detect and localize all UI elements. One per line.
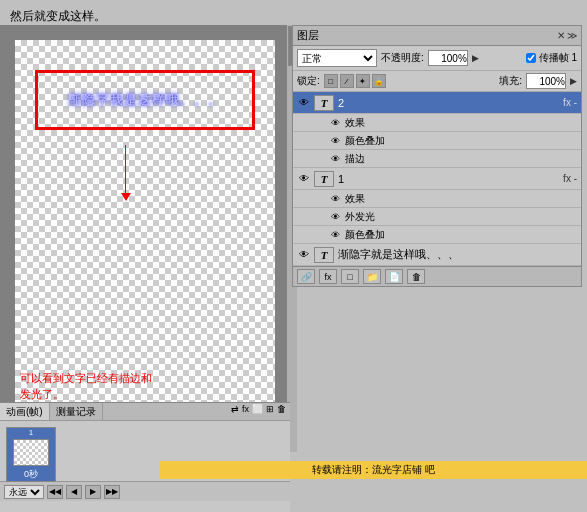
text-display-box: 渐隐字我是这样哦。。。 [35,70,255,130]
layer-2-stroke-label: 描边 [345,152,365,166]
canvas-text: 渐隐字我是这样哦。。。 [68,91,222,109]
blend-opacity-row: 正常 不透明度: ▶ 传播帧 1 [293,46,581,71]
anim-action-icon[interactable]: ⬜ [252,404,263,419]
layer-1-outer-glow-label: 外发光 [345,210,375,224]
layer-2-effects-label: 效果 [345,116,365,130]
lock-label: 锁定: [297,74,320,88]
propagate-label: 传播帧 1 [539,51,577,65]
anim-delete-icon[interactable]: 🗑 [277,404,286,419]
annotation-arrow-head [121,193,131,201]
layer-1-color-overlay: 👁 颜色叠加 [293,226,581,244]
link-layers-button[interactable]: 🔗 [297,269,315,284]
new-group-button[interactable]: 📁 [363,269,381,284]
layer-2-color-overlay: 👁 颜色叠加 [293,132,581,150]
layer-item-2[interactable]: 👁 T 2 fx - [293,92,581,114]
layer-2-fx-label: fx - [563,97,577,108]
layer-text-name: 渐隐字就是这样哦、、、 [338,247,577,262]
layer-1-outer-glow: 👁 外发光 [293,208,581,226]
panel-close-icon[interactable]: ✕ [557,30,565,41]
layer-1-effects-group: 👁 效果 [293,190,581,208]
propagate-checkbox[interactable] [526,53,536,63]
anim-frame-1-thumb [13,439,49,466]
layer-2-color-overlay-label: 颜色叠加 [345,134,385,148]
anim-fx-icon[interactable]: fx [242,404,249,419]
fill-label: 填充: [499,74,522,88]
canvas-inner: 渐隐字我是这样哦。。。 [15,40,275,422]
layer-1-effects-label: 效果 [345,192,365,206]
layer-2-name: 2 [338,97,563,109]
delete-layer-button[interactable]: 🗑 [407,269,425,284]
lock-fill-row: 锁定: □ ∕ ✦ 🔒 填充: ▶ [293,71,581,92]
anim-menu-icon[interactable]: ⊞ [266,404,274,419]
animation-panel: 动画(帧) 测量记录 ⇄ fx ⬜ ⊞ 🗑 1 0秒 永远 ◀◀ ◀ ▶ ▶▶ [0,402,290,512]
lock-move-icon[interactable]: ✦ [356,74,370,88]
layer-item-text[interactable]: 👁 T 渐隐字就是这样哦、、、 [293,244,581,266]
new-layer-button[interactable]: 📄 [385,269,403,284]
watermark-bar: 转载请注明：流光字店铺 吧 [160,461,587,479]
anim-link-icon[interactable]: ⇄ [231,404,239,419]
add-mask-button[interactable]: □ [341,269,359,284]
anim-tabs-row: 动画(帧) 测量记录 ⇄ fx ⬜ ⊞ 🗑 [0,403,290,421]
canvas-area: 渐隐字我是这样哦。。。 可以看到文字已经有描边和 发光了。 [0,25,290,452]
layers-list: 👁 T 2 fx - 👁 效果 👁 颜色叠加 👁 描边 👁 T 1 fx - 👁 [293,92,581,266]
layer-1-glow-eye[interactable]: 👁 [328,210,342,224]
layer-text-thumbnail: T [314,247,334,263]
layer-1-name: 1 [338,173,563,185]
annotation-arrow-line [125,145,126,195]
anim-tab-measure[interactable]: 测量记录 [50,403,103,420]
layer-2-effect-eye[interactable]: 👁 [328,116,342,130]
canvas-checker: 渐隐字我是这样哦。。。 [15,40,275,422]
fill-arrow-icon[interactable]: ▶ [570,76,577,86]
watermark-text: 转载请注明：流光字店铺 吧 [312,463,435,477]
lock-all-icon[interactable]: 🔒 [372,74,386,88]
layer-1-thumbnail: T [314,171,334,187]
layer-2-thumbnail: T [314,95,334,111]
lock-icons-group: □ ∕ ✦ 🔒 [324,74,386,88]
anim-panel-actions: ⇄ fx ⬜ ⊞ 🗑 [227,403,290,420]
layers-bottom-bar: 🔗 fx □ 📁 📄 🗑 [293,266,581,286]
layer-1-color-overlay-label: 颜色叠加 [345,228,385,242]
opacity-label: 不透明度: [381,51,424,65]
blend-mode-select[interactable]: 正常 [297,49,377,67]
layer-item-1[interactable]: 👁 T 1 fx - [293,168,581,190]
layer-2-stroke-eye[interactable]: 👁 [328,152,342,166]
layer-1-color-eye[interactable]: 👁 [328,228,342,242]
annotation-text: 可以看到文字已经有描边和 发光了。 [20,371,152,402]
layer-text-visibility-icon[interactable]: 👁 [297,248,311,262]
top-label: 然后就变成这样。 [10,8,106,25]
layers-panel: 图层 ✕ ≫ 正常 不透明度: ▶ 传播帧 1 锁定: □ ∕ ✦ 🔒 填充: … [292,25,582,287]
layer-2-visibility-icon[interactable]: 👁 [297,96,311,110]
lock-transparent-icon[interactable]: □ [324,74,338,88]
panel-title: 图层 [297,28,553,43]
anim-btn-prev[interactable]: ◀ [66,485,82,499]
opacity-input[interactable] [428,50,468,66]
panel-header: 图层 ✕ ≫ [293,26,581,46]
layer-2-stroke: 👁 描边 [293,150,581,168]
layer-1-effects-eye[interactable]: 👁 [328,192,342,206]
anim-tab-frames[interactable]: 动画(帧) [0,403,50,420]
opacity-arrow-icon[interactable]: ▶ [472,53,479,63]
panel-expand-icon[interactable]: ≫ [567,30,577,41]
anim-btn-play[interactable]: ▶ [85,485,101,499]
layer-2-color-eye[interactable]: 👁 [328,134,342,148]
propagate-row: 传播帧 1 [526,51,577,65]
layer-2-effects-group: 👁 效果 [293,114,581,132]
lock-paint-icon[interactable]: ∕ [340,74,354,88]
anim-btn-rewind[interactable]: ◀◀ [47,485,63,499]
anim-frame-1[interactable]: 1 0秒 [6,427,56,482]
loop-select[interactable]: 永远 [4,485,44,499]
layer-1-visibility-icon[interactable]: 👁 [297,172,311,186]
anim-controls-row: 永远 ◀◀ ◀ ▶ ▶▶ [0,481,290,501]
layer-1-fx-label: fx - [563,173,577,184]
anim-btn-next[interactable]: ▶▶ [104,485,120,499]
fill-input[interactable] [526,73,566,89]
anim-frame-1-time: 0秒 [24,468,38,481]
add-style-button[interactable]: fx [319,269,337,284]
